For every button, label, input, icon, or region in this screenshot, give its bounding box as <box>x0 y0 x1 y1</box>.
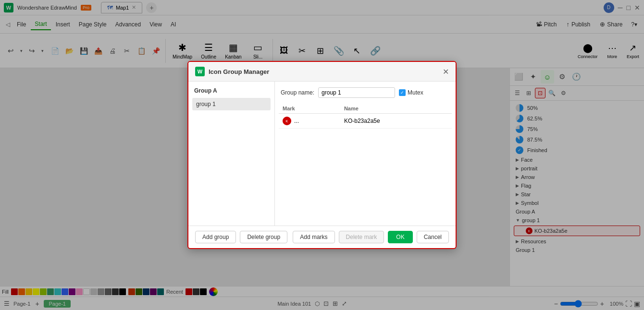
add-marks-button[interactable]: Add marks <box>293 231 334 243</box>
table-row[interactable]: K ... KO-b23a2a5e <box>279 114 452 129</box>
modal-overlay: W Icon Group Manager ✕ Group A group 1 G… <box>0 0 644 310</box>
modal-footer: Add group Delete group Add marks Delete … <box>188 226 456 248</box>
modal-group-item[interactable]: group 1 <box>192 98 271 110</box>
mutex-checkbox[interactable]: ✓ Mutex <box>399 89 423 96</box>
delete-group-button[interactable]: Delete group <box>240 231 287 243</box>
modal-footer-right: Add marks Delete mark OK Cancel <box>293 231 449 243</box>
modal-group-header: Group A <box>192 85 271 98</box>
modal-right-header: Group name: ✓ Mutex <box>279 85 452 104</box>
mark-circle-icon: K <box>283 117 291 125</box>
ok-button[interactable]: OK <box>388 231 412 243</box>
table-header-mark: Mark <box>279 104 340 114</box>
add-group-button[interactable]: Add group <box>195 231 236 243</box>
mutex-label: Mutex <box>408 89 423 96</box>
modal-right-pane: Group name: ✓ Mutex Mark Name <box>275 82 456 226</box>
cancel-button[interactable]: Cancel <box>417 231 449 243</box>
modal-body: Group A group 1 Group name: ✓ Mutex <box>188 82 456 226</box>
group-name-input[interactable] <box>318 87 395 98</box>
group-name-label: Group name: <box>281 89 314 96</box>
table-header-name: Name <box>340 104 452 114</box>
marks-table: Mark Name K ... KO-b23a2 <box>279 104 452 129</box>
mark-dots: ... <box>294 118 299 124</box>
modal-left-pane: Group A group 1 <box>188 82 275 226</box>
delete-mark-button[interactable]: Delete mark <box>339 231 384 243</box>
modal: W Icon Group Manager ✕ Group A group 1 G… <box>187 61 457 249</box>
modal-footer-left: Add group Delete group <box>195 231 287 243</box>
modal-title: Icon Group Manager <box>209 68 439 75</box>
table-cell-mark: K ... <box>279 114 340 129</box>
modal-close-icon[interactable]: ✕ <box>443 67 449 76</box>
modal-app-icon: W <box>195 67 205 76</box>
table-cell-name: KO-b23a2a5e <box>340 114 452 129</box>
modal-header: W Icon Group Manager ✕ <box>188 62 456 82</box>
mutex-check-icon: ✓ <box>399 89 406 96</box>
